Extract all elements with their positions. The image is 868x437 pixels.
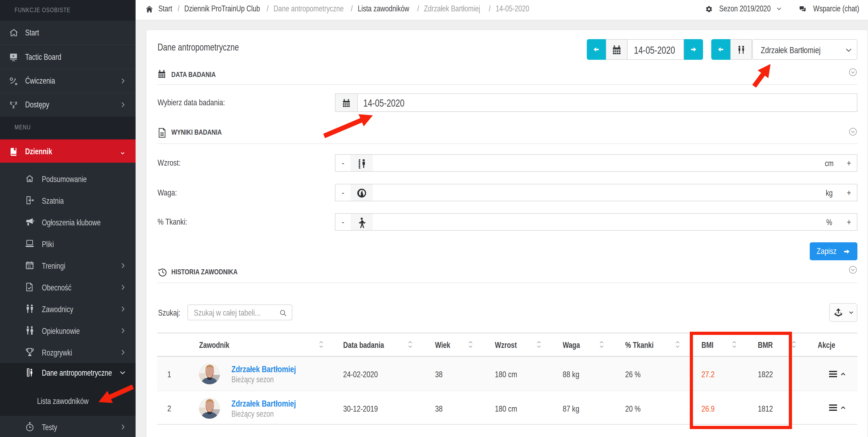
svg-text:31: 31 xyxy=(28,265,31,269)
